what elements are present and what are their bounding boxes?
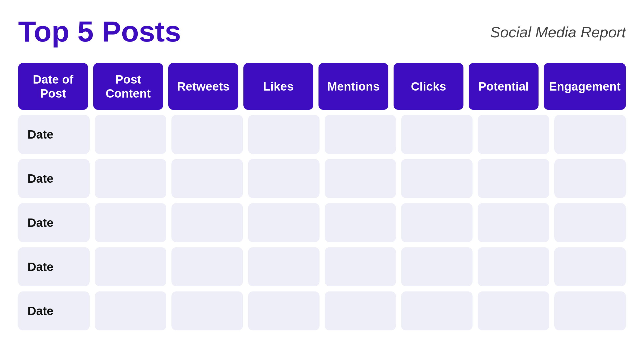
row4-mentions [325,247,396,286]
col-header-engagement: Engagement [544,63,626,110]
row5-retweets [171,291,243,330]
row1-post-content [95,115,166,154]
row2-mentions [325,159,396,198]
col-header-clicks: Clicks [394,63,463,110]
row3-potential [478,203,549,242]
page-title: Top 5 Posts [18,16,181,47]
row3-likes [248,203,320,242]
col-header-retweets: Retweets [168,63,238,110]
table-row: Date [18,115,626,154]
row4-engagement [554,247,626,286]
row4-post-content [95,247,166,286]
row4-date: Date [18,247,90,286]
row3-retweets [171,203,243,242]
row4-clicks [401,247,473,286]
col-header-post-content: Post Content [93,63,163,110]
row4-potential [478,247,549,286]
row2-potential [478,159,549,198]
row3-engagement [554,203,626,242]
row3-mentions [325,203,396,242]
col-header-potential: Potential [469,63,539,110]
table-header-row: Date of Post Post Content Retweets Likes… [18,63,626,110]
row2-engagement [554,159,626,198]
row5-clicks [401,291,473,330]
row5-engagement [554,291,626,330]
row1-clicks [401,115,473,154]
header-area: Top 5 Posts Social Media Report [18,16,626,47]
row2-post-content [95,159,166,198]
row5-potential [478,291,549,330]
table-row: Date [18,291,626,330]
col-header-likes: Likes [243,63,313,110]
row3-date: Date [18,203,90,242]
row5-likes [248,291,320,330]
row1-date: Date [18,115,90,154]
row2-likes [248,159,320,198]
table-container: Date of Post Post Content Retweets Likes… [18,63,626,330]
table-row: Date [18,203,626,242]
row1-mentions [325,115,396,154]
row5-mentions [325,291,396,330]
row2-retweets [171,159,243,198]
col-header-date-of-post: Date of Post [18,63,88,110]
row5-post-content [95,291,166,330]
row4-retweets [171,247,243,286]
row1-retweets [171,115,243,154]
table-row: Date [18,159,626,198]
col-header-mentions: Mentions [318,63,388,110]
row2-date: Date [18,159,90,198]
row1-engagement [554,115,626,154]
table-row: Date [18,247,626,286]
row5-date: Date [18,291,90,330]
row3-post-content [95,203,166,242]
row1-potential [478,115,549,154]
row4-likes [248,247,320,286]
row1-likes [248,115,320,154]
row3-clicks [401,203,473,242]
report-label: Social Media Report [490,23,626,41]
row2-clicks [401,159,473,198]
